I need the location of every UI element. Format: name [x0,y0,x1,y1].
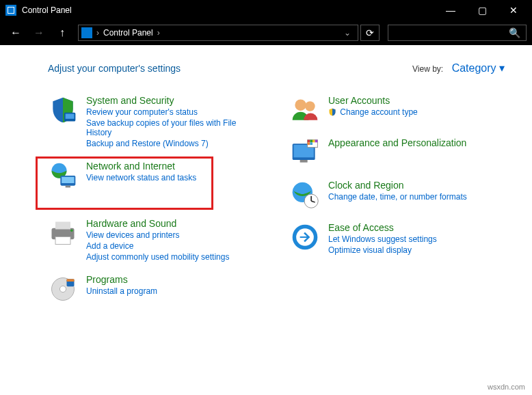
control-panel-icon [5,5,16,16]
address-dropdown-icon[interactable]: ⌄ [344,28,351,38]
category-title[interactable]: Hardware and Sound [86,218,229,229]
close-button[interactable]: ✕ [498,0,529,21]
left-column: System and Security Review your computer… [48,95,263,304]
forward-button[interactable]: → [29,23,49,42]
category-link[interactable]: Uninstall a program [86,286,157,296]
printer-icon [48,218,78,248]
category-system-security: System and Security Review your computer… [48,95,263,148]
up-button[interactable]: ↑ [52,23,72,42]
disc-icon [48,274,78,304]
svg-rect-7 [55,222,70,230]
breadcrumb-icon [81,27,92,38]
view-by-value[interactable]: Category [452,62,505,74]
svg-point-16 [305,101,315,111]
view-by-label: View by: [412,64,443,74]
category-title[interactable]: User Accounts [328,95,418,106]
users-icon [290,95,320,125]
svg-rect-1 [66,114,75,119]
ease-of-access-icon [290,222,320,252]
svg-rect-4 [62,177,74,183]
minimize-button[interactable]: — [435,0,466,21]
title-bar: Control Panel — ▢ ✕ [0,0,532,21]
page-heading: Adjust your computer's settings [48,63,412,74]
uac-shield-icon [328,108,336,116]
nav-toolbar: ← → ↑ › Control Panel › ⌄ ⟳ 🔍 [0,21,532,45]
maximize-button[interactable]: ▢ [466,0,498,21]
monitor-personalization-icon [290,137,320,167]
category-link[interactable]: Optimize visual display [328,245,437,255]
shield-icon [48,95,78,125]
category-link[interactable]: Save backup copies of your files with Fi… [86,118,263,137]
category-link[interactable]: View devices and printers [86,230,229,240]
svg-rect-23 [312,140,315,143]
search-icon: 🔍 [509,27,520,38]
category-link[interactable]: Add a device [86,241,229,251]
category-appearance: Appearance and Personalization [290,137,505,167]
category-title[interactable]: Clock and Region [328,180,467,191]
address-bar[interactable]: › Control Panel › ⌄ [78,25,358,41]
svg-rect-8 [55,237,70,245]
svg-rect-14 [67,279,75,282]
category-title[interactable]: System and Security [86,95,263,106]
refresh-button[interactable]: ⟳ [360,25,380,41]
category-network-internet: Network and Internet View network status… [48,161,263,191]
svg-rect-26 [310,142,312,145]
back-button[interactable]: ← [5,23,26,42]
view-by-control[interactable]: View by: Category [412,62,505,74]
globe-network-icon [48,161,78,191]
content-area: Adjust your computer's settings View by:… [0,45,532,318]
category-link[interactable]: Change account type [328,107,418,117]
category-title[interactable]: Appearance and Personalization [328,137,466,148]
svg-rect-5 [66,186,70,188]
right-column: User Accounts Change account type Appear… [290,95,505,304]
category-link[interactable]: View network status and tasks [86,173,196,182]
category-title[interactable]: Ease of Access [328,222,437,233]
svg-rect-25 [308,142,310,145]
category-programs: Programs Uninstall a program [48,274,263,304]
chevron-right-icon: › [157,28,160,38]
category-title[interactable]: Programs [86,274,157,285]
svg-point-9 [70,230,73,232]
category-link[interactable]: Backup and Restore (Windows 7) [86,139,263,148]
category-link[interactable]: Change date, time, or number formats [328,192,467,202]
svg-rect-19 [300,160,308,163]
svg-point-15 [295,99,306,111]
category-link[interactable]: Review your computer's status [86,107,263,117]
category-ease-of-access: Ease of Access Let Windows suggest setti… [290,222,505,255]
watermark: wsxdn.com [488,383,525,391]
svg-rect-24 [315,140,318,143]
category-link[interactable]: Let Windows suggest settings [328,234,437,244]
category-title[interactable]: Network and Internet [86,161,196,172]
search-box[interactable]: 🔍 [388,25,527,41]
svg-rect-21 [308,140,310,143]
window-title: Control Panel [22,5,435,15]
chevron-right-icon: › [96,28,99,38]
category-user-accounts: User Accounts Change account type [290,95,505,125]
category-clock-region: Clock and Region Change date, time, or n… [290,180,505,210]
svg-rect-22 [310,140,312,143]
category-link[interactable]: Adjust commonly used mobility settings [86,252,229,262]
globe-clock-icon [290,180,320,210]
breadcrumb-root[interactable]: Control Panel [103,28,153,38]
category-hardware-sound: Hardware and Sound View devices and prin… [48,218,263,262]
svg-point-12 [59,286,66,292]
